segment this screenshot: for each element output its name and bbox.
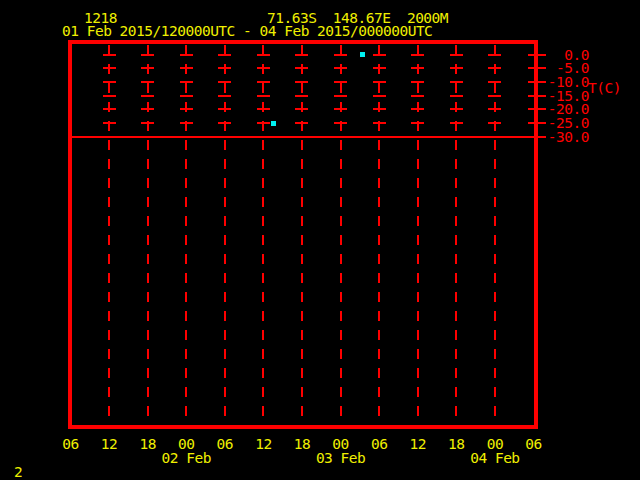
level-tick-cross [334, 67, 347, 69]
level-tick-cross [334, 108, 347, 110]
time-gridline [147, 45, 149, 423]
level-tick-cross [488, 122, 501, 124]
level-tick-cross [141, 122, 154, 124]
level-tick-cross [141, 95, 154, 97]
level-tick-cross [450, 122, 463, 124]
time-gridline [262, 45, 264, 423]
level-tick-cross [450, 81, 463, 83]
level-tick-cross [334, 54, 347, 56]
level-tick-cross [488, 81, 501, 83]
level-tick-cross [141, 54, 154, 56]
x-tick-label: 06 [62, 437, 78, 451]
plot-box [68, 40, 538, 429]
level-tick-cross [180, 81, 193, 83]
x-tick-label: 00 [178, 437, 194, 451]
x-date-label: 02 Feb [162, 451, 211, 465]
level-tick-cross [141, 81, 154, 83]
time-gridline [340, 45, 342, 423]
x-date-label: 03 Feb [316, 451, 365, 465]
level-tick-cross [450, 108, 463, 110]
level-tick-cross [411, 67, 424, 69]
level-tick-cross [373, 95, 386, 97]
level-tick-cross [257, 108, 270, 110]
x-tick-label: 00 [487, 437, 503, 451]
level-tick-cross [141, 108, 154, 110]
level-tick-cross [218, 108, 231, 110]
level-tick-cross [257, 54, 270, 56]
level-tick-cross [411, 95, 424, 97]
x-tick-label: 18 [139, 437, 155, 451]
x-tick-label: 06 [371, 437, 387, 451]
level-tick-cross [180, 108, 193, 110]
level-tick-cross [257, 95, 270, 97]
level-tick-cross [103, 122, 116, 124]
x-tick-label: 12 [255, 437, 271, 451]
level-tick-cross [373, 108, 386, 110]
level-tick-cross [295, 122, 308, 124]
level-tick-cross [257, 81, 270, 83]
time-gridline [378, 45, 380, 423]
y-axis-title: T(C) [588, 81, 621, 95]
level-tick-cross [411, 54, 424, 56]
data-point [360, 52, 365, 57]
x-tick-label: 00 [332, 437, 348, 451]
level-tick-cross [218, 95, 231, 97]
level-tick-cross [373, 81, 386, 83]
level-tick-cross [450, 67, 463, 69]
page-number: 2 [14, 465, 22, 479]
level-tick-cross [180, 54, 193, 56]
x-tick-label: 18 [448, 437, 464, 451]
level-tick-cross [103, 95, 116, 97]
level-tick-cross [180, 67, 193, 69]
x-tick-label: 18 [294, 437, 310, 451]
level-tick-cross [103, 108, 116, 110]
level-tick-cross [141, 67, 154, 69]
level-tick-cross [295, 67, 308, 69]
level-tick-cross [488, 54, 501, 56]
level-tick-cross [257, 122, 270, 124]
level-tick-cross [103, 67, 116, 69]
time-gridline [108, 45, 110, 423]
level-tick-cross [295, 54, 308, 56]
level-tick-cross [103, 54, 116, 56]
x-tick-label: 12 [101, 437, 117, 451]
level-tick-cross [450, 54, 463, 56]
level-tick-cross [180, 95, 193, 97]
meteogram-window: 1218 71.63S 148.67E 2000M 01 Feb 2015/12… [0, 0, 640, 480]
level-tick-cross [295, 108, 308, 110]
x-tick-label: 06 [525, 437, 541, 451]
level-tick-cross [373, 67, 386, 69]
time-gridline [494, 45, 496, 423]
level-tick-cross [218, 81, 231, 83]
level-tick-cross [103, 81, 116, 83]
level-tick-cross [334, 95, 347, 97]
level-tick-cross [334, 122, 347, 124]
level-tick-cross [218, 67, 231, 69]
bottom-scale-line [72, 136, 534, 138]
x-tick-label: 06 [217, 437, 233, 451]
level-tick-cross [488, 95, 501, 97]
level-tick-cross [334, 81, 347, 83]
level-tick-cross [295, 95, 308, 97]
x-tick-label: 12 [410, 437, 426, 451]
time-gridline [301, 45, 303, 423]
time-gridline [185, 45, 187, 423]
level-tick-cross [218, 122, 231, 124]
time-gridline [417, 45, 419, 423]
level-tick-cross [488, 67, 501, 69]
time-range: 01 Feb 2015/120000UTC - 04 Feb 2015/0000… [62, 24, 432, 38]
level-tick-cross [450, 95, 463, 97]
time-gridline [224, 45, 226, 423]
data-point [271, 121, 276, 126]
level-tick-cross [411, 108, 424, 110]
level-tick-cross [411, 122, 424, 124]
y-tick-label: -30.0 [529, 130, 589, 144]
x-date-label: 04 Feb [470, 451, 519, 465]
level-tick-cross [295, 81, 308, 83]
level-tick-cross [180, 122, 193, 124]
level-tick-cross [373, 54, 386, 56]
level-tick-cross [488, 108, 501, 110]
level-tick-cross [411, 81, 424, 83]
level-tick-cross [218, 54, 231, 56]
level-tick-cross [257, 67, 270, 69]
